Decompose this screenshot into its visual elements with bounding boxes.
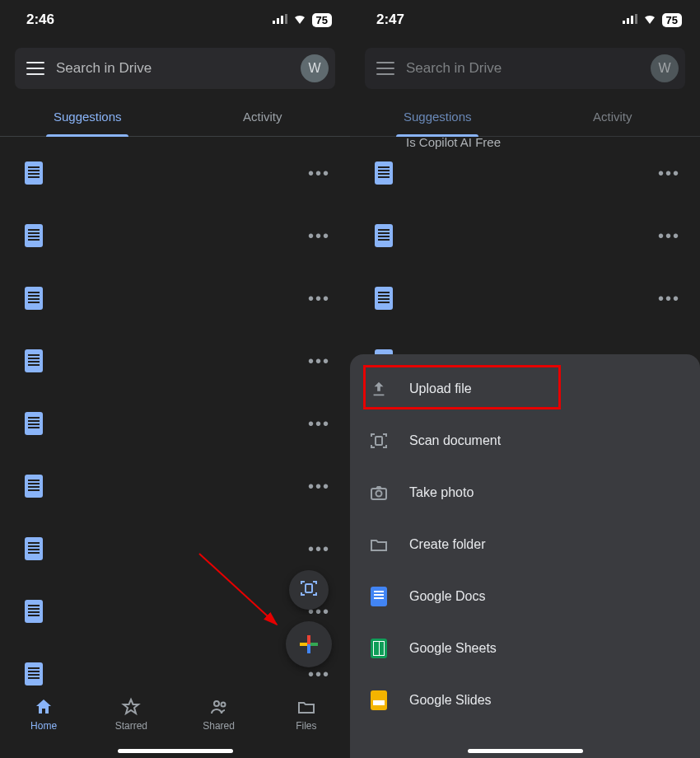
sheet-take-photo[interactable]: Take photo bbox=[350, 466, 700, 518]
nav-starred[interactable]: Starred bbox=[87, 685, 175, 743]
google-sheets-icon bbox=[368, 638, 390, 659]
menu-icon[interactable] bbox=[26, 62, 44, 75]
star-icon bbox=[121, 697, 141, 717]
list-item[interactable]: ••• bbox=[0, 204, 350, 267]
more-icon[interactable]: ••• bbox=[303, 535, 335, 564]
google-slides-icon bbox=[368, 690, 390, 711]
status-icons: 75 bbox=[273, 12, 332, 28]
svg-rect-4 bbox=[306, 584, 312, 592]
home-indicator bbox=[468, 749, 583, 753]
battery-icon: 75 bbox=[312, 13, 332, 27]
bottom-nav: Home Starred Shared Files bbox=[0, 685, 350, 758]
doc-icon bbox=[25, 412, 43, 435]
tabs: Suggestions Activity bbox=[0, 97, 350, 137]
doc-icon bbox=[25, 537, 43, 560]
list-item[interactable]: ••• bbox=[0, 392, 350, 455]
status-bar: 2:46 75 bbox=[0, 0, 350, 40]
more-icon[interactable]: ••• bbox=[303, 222, 335, 250]
tab-activity[interactable]: Activity bbox=[175, 97, 351, 136]
sheet-google-slides[interactable]: Google Slides bbox=[350, 674, 700, 726]
sheet-create-folder[interactable]: Create folder bbox=[350, 518, 700, 570]
more-icon[interactable]: ••• bbox=[303, 284, 335, 313]
sheet-scan-document[interactable]: Scan document bbox=[350, 414, 700, 466]
status-time: 2:46 bbox=[26, 12, 54, 28]
upload-icon bbox=[368, 378, 390, 400]
screen-right: 2:47 75 Search in Drive W Suggestions Ac… bbox=[350, 0, 700, 758]
sheet-upload-file[interactable]: Upload file bbox=[350, 363, 700, 414]
folder-icon bbox=[296, 697, 316, 717]
sheet-google-docs[interactable]: Google Docs bbox=[350, 570, 700, 622]
google-docs-icon bbox=[368, 586, 390, 607]
list-item[interactable]: ••• bbox=[0, 455, 350, 517]
nav-shared[interactable]: Shared bbox=[175, 685, 263, 743]
doc-icon bbox=[25, 161, 43, 185]
svg-rect-1 bbox=[277, 18, 279, 24]
doc-icon bbox=[25, 287, 43, 310]
doc-icon bbox=[25, 349, 43, 372]
more-icon[interactable]: ••• bbox=[303, 472, 335, 501]
search-placeholder[interactable]: Search in Drive bbox=[56, 60, 289, 77]
more-icon[interactable]: ••• bbox=[303, 409, 335, 438]
avatar[interactable]: W bbox=[301, 54, 329, 82]
sheet-google-sheets[interactable]: Google Sheets bbox=[350, 622, 700, 674]
camera-icon bbox=[368, 482, 390, 503]
people-icon bbox=[209, 697, 229, 717]
svg-point-14 bbox=[376, 490, 382, 496]
scan-icon bbox=[368, 430, 390, 452]
create-bottom-sheet: Upload file Scan document Take photo Cre… bbox=[350, 354, 700, 758]
nav-home[interactable]: Home bbox=[0, 685, 87, 743]
home-indicator bbox=[118, 749, 233, 753]
scan-icon bbox=[299, 578, 319, 601]
doc-icon bbox=[25, 600, 43, 623]
list-item[interactable]: ••• bbox=[0, 142, 350, 204]
search-bar[interactable]: Search in Drive W bbox=[15, 48, 335, 89]
nav-files[interactable]: Files bbox=[263, 685, 350, 743]
svg-rect-0 bbox=[273, 21, 275, 24]
fab-add[interactable] bbox=[286, 621, 332, 667]
screen-left: 2:46 75 Search in Drive W Suggestions Ac… bbox=[0, 0, 350, 758]
folder-icon bbox=[368, 534, 390, 555]
svg-point-7 bbox=[221, 703, 225, 707]
wifi-icon bbox=[292, 12, 307, 28]
doc-icon bbox=[25, 475, 43, 498]
svg-rect-12 bbox=[376, 437, 382, 445]
list-item[interactable]: ••• bbox=[0, 267, 350, 330]
more-icon[interactable]: ••• bbox=[303, 159, 335, 188]
fab-scan[interactable] bbox=[289, 570, 329, 610]
list-item[interactable]: ••• bbox=[0, 330, 350, 392]
tab-suggestions[interactable]: Suggestions bbox=[0, 97, 175, 136]
signal-icon bbox=[273, 12, 287, 28]
more-icon[interactable]: ••• bbox=[303, 347, 335, 376]
svg-point-6 bbox=[214, 701, 219, 706]
doc-icon bbox=[25, 224, 43, 247]
svg-rect-2 bbox=[281, 16, 283, 24]
svg-rect-3 bbox=[285, 14, 287, 24]
doc-icon bbox=[25, 662, 43, 685]
home-icon bbox=[34, 697, 54, 717]
plus-icon bbox=[300, 635, 318, 653]
